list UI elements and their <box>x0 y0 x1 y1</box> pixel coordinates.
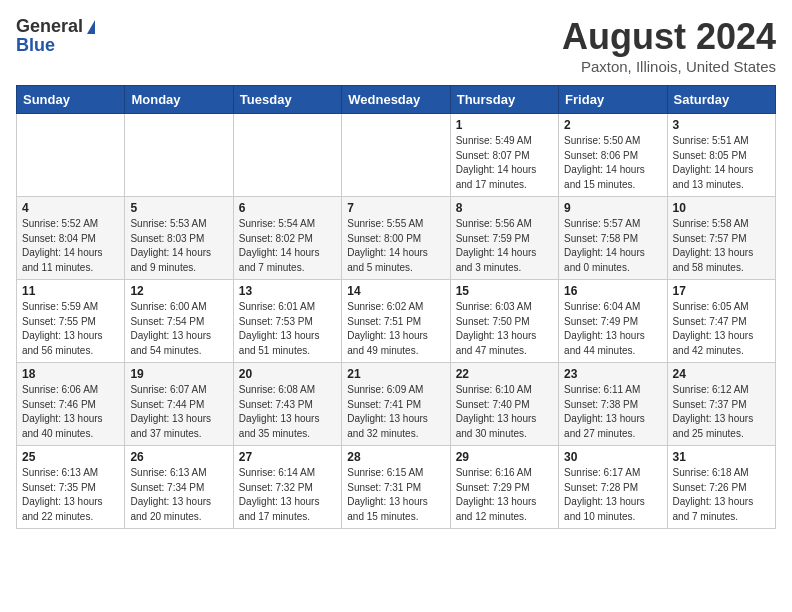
table-row: 21 Sunrise: 6:09 AMSunset: 7:41 PMDaylig… <box>342 363 450 446</box>
day-info: Sunrise: 6:06 AMSunset: 7:46 PMDaylight:… <box>22 383 119 441</box>
day-number: 3 <box>673 118 770 132</box>
calendar-week-1: 1 Sunrise: 5:49 AMSunset: 8:07 PMDayligh… <box>17 114 776 197</box>
day-number: 5 <box>130 201 227 215</box>
day-info: Sunrise: 5:55 AMSunset: 8:00 PMDaylight:… <box>347 217 444 275</box>
col-sunday: Sunday <box>17 86 125 114</box>
day-number: 31 <box>673 450 770 464</box>
day-number: 30 <box>564 450 661 464</box>
day-number: 11 <box>22 284 119 298</box>
table-row <box>233 114 341 197</box>
day-info: Sunrise: 6:13 AMSunset: 7:34 PMDaylight:… <box>130 466 227 524</box>
table-row: 3 Sunrise: 5:51 AMSunset: 8:05 PMDayligh… <box>667 114 775 197</box>
day-info: Sunrise: 6:02 AMSunset: 7:51 PMDaylight:… <box>347 300 444 358</box>
col-tuesday: Tuesday <box>233 86 341 114</box>
day-info: Sunrise: 5:56 AMSunset: 7:59 PMDaylight:… <box>456 217 553 275</box>
table-row <box>342 114 450 197</box>
table-row: 2 Sunrise: 5:50 AMSunset: 8:06 PMDayligh… <box>559 114 667 197</box>
table-row <box>17 114 125 197</box>
calendar-week-2: 4 Sunrise: 5:52 AMSunset: 8:04 PMDayligh… <box>17 197 776 280</box>
day-number: 15 <box>456 284 553 298</box>
calendar-week-5: 25 Sunrise: 6:13 AMSunset: 7:35 PMDaylig… <box>17 446 776 529</box>
day-number: 1 <box>456 118 553 132</box>
day-info: Sunrise: 5:54 AMSunset: 8:02 PMDaylight:… <box>239 217 336 275</box>
page-header: General Blue August 2024 Paxton, Illinoi… <box>16 16 776 75</box>
logo-general-text: General <box>16 16 83 37</box>
table-row: 10 Sunrise: 5:58 AMSunset: 7:57 PMDaylig… <box>667 197 775 280</box>
calendar-week-4: 18 Sunrise: 6:06 AMSunset: 7:46 PMDaylig… <box>17 363 776 446</box>
calendar-table: Sunday Monday Tuesday Wednesday Thursday… <box>16 85 776 529</box>
day-number: 6 <box>239 201 336 215</box>
day-number: 7 <box>347 201 444 215</box>
day-info: Sunrise: 6:07 AMSunset: 7:44 PMDaylight:… <box>130 383 227 441</box>
day-info: Sunrise: 6:13 AMSunset: 7:35 PMDaylight:… <box>22 466 119 524</box>
table-row: 4 Sunrise: 5:52 AMSunset: 8:04 PMDayligh… <box>17 197 125 280</box>
day-info: Sunrise: 5:52 AMSunset: 8:04 PMDaylight:… <box>22 217 119 275</box>
day-number: 18 <box>22 367 119 381</box>
table-row: 27 Sunrise: 6:14 AMSunset: 7:32 PMDaylig… <box>233 446 341 529</box>
day-info: Sunrise: 6:15 AMSunset: 7:31 PMDaylight:… <box>347 466 444 524</box>
day-info: Sunrise: 6:09 AMSunset: 7:41 PMDaylight:… <box>347 383 444 441</box>
day-info: Sunrise: 5:53 AMSunset: 8:03 PMDaylight:… <box>130 217 227 275</box>
day-number: 20 <box>239 367 336 381</box>
table-row: 15 Sunrise: 6:03 AMSunset: 7:50 PMDaylig… <box>450 280 558 363</box>
table-row: 18 Sunrise: 6:06 AMSunset: 7:46 PMDaylig… <box>17 363 125 446</box>
table-row: 9 Sunrise: 5:57 AMSunset: 7:58 PMDayligh… <box>559 197 667 280</box>
day-number: 22 <box>456 367 553 381</box>
day-info: Sunrise: 5:49 AMSunset: 8:07 PMDaylight:… <box>456 134 553 192</box>
day-number: 4 <box>22 201 119 215</box>
table-row: 28 Sunrise: 6:15 AMSunset: 7:31 PMDaylig… <box>342 446 450 529</box>
table-row: 30 Sunrise: 6:17 AMSunset: 7:28 PMDaylig… <box>559 446 667 529</box>
table-row: 26 Sunrise: 6:13 AMSunset: 7:34 PMDaylig… <box>125 446 233 529</box>
calendar-subtitle: Paxton, Illinois, United States <box>562 58 776 75</box>
day-info: Sunrise: 6:14 AMSunset: 7:32 PMDaylight:… <box>239 466 336 524</box>
table-row <box>125 114 233 197</box>
table-row: 1 Sunrise: 5:49 AMSunset: 8:07 PMDayligh… <box>450 114 558 197</box>
table-row: 24 Sunrise: 6:12 AMSunset: 7:37 PMDaylig… <box>667 363 775 446</box>
day-info: Sunrise: 6:04 AMSunset: 7:49 PMDaylight:… <box>564 300 661 358</box>
day-info: Sunrise: 5:51 AMSunset: 8:05 PMDaylight:… <box>673 134 770 192</box>
calendar-title: August 2024 <box>562 16 776 58</box>
day-info: Sunrise: 6:08 AMSunset: 7:43 PMDaylight:… <box>239 383 336 441</box>
day-number: 16 <box>564 284 661 298</box>
table-row: 14 Sunrise: 6:02 AMSunset: 7:51 PMDaylig… <box>342 280 450 363</box>
day-info: Sunrise: 6:01 AMSunset: 7:53 PMDaylight:… <box>239 300 336 358</box>
day-info: Sunrise: 6:16 AMSunset: 7:29 PMDaylight:… <box>456 466 553 524</box>
day-number: 24 <box>673 367 770 381</box>
table-row: 7 Sunrise: 5:55 AMSunset: 8:00 PMDayligh… <box>342 197 450 280</box>
calendar-header-row: Sunday Monday Tuesday Wednesday Thursday… <box>17 86 776 114</box>
day-info: Sunrise: 6:00 AMSunset: 7:54 PMDaylight:… <box>130 300 227 358</box>
day-number: 14 <box>347 284 444 298</box>
table-row: 19 Sunrise: 6:07 AMSunset: 7:44 PMDaylig… <box>125 363 233 446</box>
table-row: 25 Sunrise: 6:13 AMSunset: 7:35 PMDaylig… <box>17 446 125 529</box>
day-info: Sunrise: 5:57 AMSunset: 7:58 PMDaylight:… <box>564 217 661 275</box>
day-number: 29 <box>456 450 553 464</box>
day-number: 27 <box>239 450 336 464</box>
table-row: 5 Sunrise: 5:53 AMSunset: 8:03 PMDayligh… <box>125 197 233 280</box>
day-info: Sunrise: 6:11 AMSunset: 7:38 PMDaylight:… <box>564 383 661 441</box>
day-info: Sunrise: 6:10 AMSunset: 7:40 PMDaylight:… <box>456 383 553 441</box>
table-row: 13 Sunrise: 6:01 AMSunset: 7:53 PMDaylig… <box>233 280 341 363</box>
day-number: 28 <box>347 450 444 464</box>
table-row: 22 Sunrise: 6:10 AMSunset: 7:40 PMDaylig… <box>450 363 558 446</box>
day-number: 17 <box>673 284 770 298</box>
day-info: Sunrise: 6:12 AMSunset: 7:37 PMDaylight:… <box>673 383 770 441</box>
table-row: 31 Sunrise: 6:18 AMSunset: 7:26 PMDaylig… <box>667 446 775 529</box>
day-number: 23 <box>564 367 661 381</box>
day-info: Sunrise: 6:18 AMSunset: 7:26 PMDaylight:… <box>673 466 770 524</box>
logo: General Blue <box>16 16 95 56</box>
col-saturday: Saturday <box>667 86 775 114</box>
day-info: Sunrise: 6:03 AMSunset: 7:50 PMDaylight:… <box>456 300 553 358</box>
col-wednesday: Wednesday <box>342 86 450 114</box>
day-info: Sunrise: 5:50 AMSunset: 8:06 PMDaylight:… <box>564 134 661 192</box>
table-row: 6 Sunrise: 5:54 AMSunset: 8:02 PMDayligh… <box>233 197 341 280</box>
day-number: 25 <box>22 450 119 464</box>
day-number: 8 <box>456 201 553 215</box>
table-row: 29 Sunrise: 6:16 AMSunset: 7:29 PMDaylig… <box>450 446 558 529</box>
table-row: 12 Sunrise: 6:00 AMSunset: 7:54 PMDaylig… <box>125 280 233 363</box>
title-block: August 2024 Paxton, Illinois, United Sta… <box>562 16 776 75</box>
col-thursday: Thursday <box>450 86 558 114</box>
calendar-week-3: 11 Sunrise: 5:59 AMSunset: 7:55 PMDaylig… <box>17 280 776 363</box>
day-number: 10 <box>673 201 770 215</box>
day-number: 9 <box>564 201 661 215</box>
day-number: 19 <box>130 367 227 381</box>
